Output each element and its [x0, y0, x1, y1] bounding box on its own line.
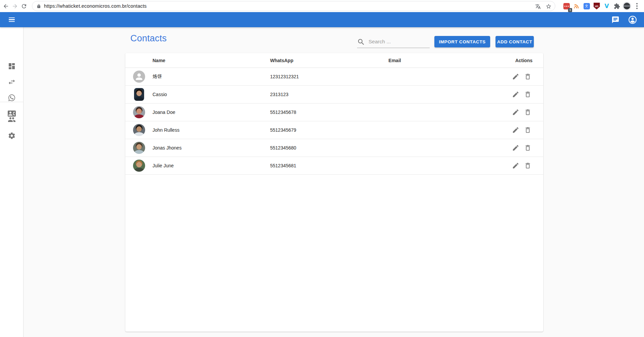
- puzzle-extension-icon[interactable]: [612, 1, 622, 11]
- table-row: Cassio 2313123: [125, 86, 543, 103]
- browser-profile-avatar[interactable]: [622, 1, 632, 11]
- browser-toolbar: https://whaticket.economicros.com.br/con…: [0, 0, 644, 12]
- contact-whatsapp: 2313123: [270, 92, 364, 97]
- table-row: Julie June 5512345681: [125, 157, 543, 175]
- pencil-icon: [512, 126, 519, 134]
- sidebar-item-dashboard[interactable]: [7, 62, 16, 71]
- contact-name: John Rulless: [153, 127, 270, 133]
- account-button[interactable]: [628, 15, 637, 25]
- name-column-header: Name: [153, 58, 270, 63]
- edit-contact-button[interactable]: [511, 143, 520, 153]
- contact-avatar: [133, 160, 145, 172]
- contact-avatar: [133, 106, 145, 118]
- menu-button[interactable]: [6, 14, 18, 25]
- contact-whatsapp: 5512345680: [270, 145, 364, 151]
- gear-icon: [8, 132, 16, 140]
- contact-avatar: [134, 88, 144, 101]
- delete-contact-button[interactable]: [523, 108, 532, 117]
- contact-name: Jonas Jhones: [153, 145, 270, 151]
- pencil-icon: [512, 109, 519, 116]
- whatsapp-column-header: WhatsApp: [270, 58, 364, 63]
- contacts-table-card: Name WhatsApp Email Actions 烙饼 123123123…: [125, 53, 543, 332]
- import-contacts-button[interactable]: IMPORT CONTACTS: [434, 36, 490, 47]
- screen: https://whaticket.economicros.com.br/con…: [0, 0, 644, 337]
- table-header-row: Name WhatsApp Email Actions: [125, 53, 543, 68]
- pencil-icon: [512, 91, 519, 98]
- contact-whatsapp: 5512345678: [270, 110, 364, 115]
- ublock-extension-icon[interactable]: UO: [592, 1, 602, 11]
- contact-avatar: [133, 124, 145, 136]
- search-input[interactable]: [369, 37, 428, 46]
- contact-name: 烙饼: [153, 74, 270, 80]
- rss-extension-icon[interactable]: [571, 1, 582, 11]
- table-row: Joana Doe 5512345678: [125, 103, 543, 121]
- contact-avatar: [133, 142, 145, 154]
- contact-whatsapp: 5512345679: [270, 127, 364, 133]
- delete-contact-button[interactable]: [523, 161, 532, 170]
- contact-whatsapp: 12312312321: [270, 74, 364, 79]
- edit-contact-button[interactable]: [511, 72, 520, 81]
- table-body: 烙饼 12312312321 Cassio 2313123: [125, 68, 543, 175]
- red-extension-icon[interactable]: 3: [561, 1, 571, 11]
- whatsapp-icon: [8, 94, 16, 102]
- contact-whatsapp: 5512345681: [270, 163, 364, 168]
- delete-contact-button[interactable]: [523, 90, 532, 99]
- edit-contact-button[interactable]: [511, 125, 520, 135]
- vimeo-extension-icon[interactable]: V: [602, 1, 612, 11]
- dashboard-icon: [8, 62, 16, 70]
- sidebar-item-connections[interactable]: [7, 78, 16, 86]
- contact-name: Joana Doe: [153, 110, 270, 115]
- search-field: [357, 37, 430, 48]
- sidebar-item-users[interactable]: [7, 115, 16, 124]
- sidebar-item-settings[interactable]: [7, 131, 16, 140]
- edit-contact-button[interactable]: [511, 161, 520, 170]
- delete-contact-button[interactable]: [523, 125, 532, 135]
- pencil-icon: [512, 73, 519, 80]
- trash-icon: [524, 162, 531, 169]
- trash-icon: [524, 91, 531, 98]
- chat-button[interactable]: [611, 15, 620, 25]
- search-underline: [357, 48, 430, 48]
- table-row: Jonas Jhones 5512345680: [125, 139, 543, 157]
- contact-name: Julie June: [153, 163, 270, 168]
- chat-icon: [611, 16, 619, 24]
- pencil-icon: [512, 162, 519, 169]
- sidebar-divider: [0, 102, 24, 102]
- browser-menu-button[interactable]: [632, 1, 642, 11]
- table-row: 烙饼 12312312321: [125, 68, 543, 86]
- forward-button[interactable]: [10, 2, 19, 10]
- back-button[interactable]: [1, 2, 10, 10]
- reload-icon: [21, 3, 27, 9]
- edit-contact-button[interactable]: [511, 90, 520, 99]
- sidebar-item-tickets[interactable]: [7, 93, 16, 102]
- trash-icon: [524, 73, 531, 80]
- trash-icon: [524, 109, 531, 116]
- contact-name: Cassio: [153, 92, 270, 97]
- sidebar: [0, 27, 24, 337]
- reload-button[interactable]: [19, 2, 28, 10]
- add-contact-button[interactable]: ADD CONTACT: [496, 36, 534, 47]
- menu-dots-icon: [635, 3, 639, 9]
- table-row: John Rulless 5512345679: [125, 121, 543, 139]
- app-bar: [0, 12, 644, 27]
- swap-arrows-icon: [8, 78, 16, 86]
- edit-contact-button[interactable]: [511, 108, 520, 117]
- translate-extension-icon[interactable]: 文: [582, 1, 592, 11]
- search-icon: [357, 38, 365, 47]
- url-text: https://whaticket.economicros.com.br/con…: [44, 3, 147, 9]
- pencil-icon: [512, 144, 519, 152]
- people-icon: [8, 116, 16, 124]
- back-arrow-icon: [3, 3, 9, 9]
- delete-contact-button[interactable]: [523, 143, 532, 153]
- bookmark-star-icon[interactable]: [546, 3, 552, 9]
- forward-arrow-icon: [12, 3, 18, 9]
- delete-contact-button[interactable]: [523, 72, 532, 81]
- email-column-header: Email: [364, 58, 425, 63]
- actions-column-header: Actions: [425, 58, 543, 63]
- page-title: Contacts: [130, 33, 167, 44]
- translate-icon[interactable]: [535, 4, 541, 9]
- account-circle-icon: [628, 15, 637, 24]
- trash-icon: [524, 144, 531, 152]
- trash-icon: [524, 126, 531, 134]
- address-bar[interactable]: https://whaticket.economicros.com.br/con…: [32, 1, 555, 11]
